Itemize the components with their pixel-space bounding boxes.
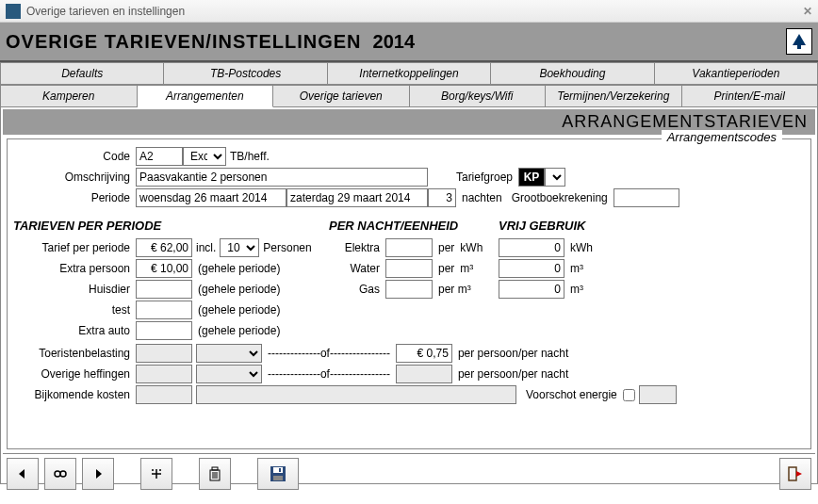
gas-input[interactable]: [385, 280, 433, 299]
logo-icon: [786, 28, 812, 55]
save-button[interactable]: [257, 458, 299, 490]
toeristenbelasting-input1[interactable]: [136, 344, 192, 363]
tb-per-nacht-input[interactable]: [396, 344, 452, 363]
extra-auto-label: Extra auto: [13, 324, 136, 337]
extra-persoon-input[interactable]: [136, 259, 192, 278]
tab-borg-keys-wifi[interactable]: Borg/keys/Wifi: [410, 85, 547, 107]
bijkomende-kosten-input2[interactable]: [196, 385, 516, 404]
toeristenbelasting-label: Toeristenbelasting: [13, 347, 136, 360]
elektra-label: Elektra: [329, 241, 385, 254]
tab-boekhouding[interactable]: Boekhouding: [491, 62, 654, 85]
section-tarieven-label: TARIEVEN PER PERIODE: [13, 219, 329, 233]
tariefgroep-label: Tariefgroep: [443, 171, 518, 184]
toolbar: [3, 453, 815, 494]
bijkomende-kosten-label: Bijkomende kosten: [13, 388, 136, 401]
test-input[interactable]: [136, 301, 192, 319]
kwh-label-2: kWh: [570, 241, 593, 254]
incl-label: incl.: [196, 241, 216, 254]
svg-point-9: [159, 469, 161, 471]
m3-label-c: m³: [570, 283, 583, 296]
oh-per-nacht-input[interactable]: [396, 365, 452, 383]
periode-from-input[interactable]: [136, 188, 286, 207]
svg-rect-17: [273, 476, 283, 480]
tab-termijnen-verzekering[interactable]: Termijnen/Verzekering: [546, 85, 682, 107]
exit-button[interactable]: [779, 458, 811, 490]
tab-arrangementen[interactable]: Arrangementen: [138, 85, 274, 107]
grootboekrekening-input[interactable]: [614, 188, 679, 207]
omschrijving-input[interactable]: [136, 168, 428, 187]
tab-printen-email[interactable]: Printen/E-mail: [682, 85, 819, 107]
tarief-per-periode-input[interactable]: [136, 238, 192, 257]
search-button[interactable]: [44, 458, 76, 490]
app-icon: [6, 4, 21, 19]
tbheff-label: TB/heff.: [230, 150, 270, 163]
toeristenbelasting-select[interactable]: [196, 344, 262, 363]
svg-point-8: [152, 469, 154, 471]
gehele-periode-2: (gehele periode): [198, 283, 280, 296]
vrij-elektra-input[interactable]: [499, 238, 564, 257]
kwh-label-1: kWh: [460, 241, 483, 254]
tab-overige-tarieven[interactable]: Overige tarieven: [273, 85, 410, 107]
overige-heffingen-input1[interactable]: [136, 365, 192, 383]
tariefgroep-select[interactable]: [545, 168, 565, 187]
water-label: Water: [329, 262, 385, 275]
page-year: 2014: [373, 31, 416, 53]
svg-rect-14: [212, 467, 218, 470]
water-input[interactable]: [385, 259, 433, 278]
tab-row-2: Kamperen Arrangementen Overige tarieven …: [0, 85, 818, 107]
bijkomende-kosten-input1[interactable]: [136, 385, 192, 404]
of-label-1: --------------of----------------: [268, 347, 390, 360]
window-titlebar: Overige tarieven en instellingen ✕: [0, 0, 818, 23]
tab-kamperen[interactable]: Kamperen: [0, 85, 138, 107]
tab-row-1: Defaults TB-Postcodes Internetkoppelinge…: [0, 62, 818, 85]
periode-label: Periode: [13, 191, 136, 204]
gehele-periode-4: (gehele periode): [198, 324, 280, 337]
close-icon[interactable]: ✕: [803, 5, 812, 18]
vrij-water-input[interactable]: [499, 259, 564, 278]
periode-to-input[interactable]: [286, 188, 428, 207]
svg-rect-19: [789, 467, 796, 480]
add-button[interactable]: [140, 458, 172, 490]
elektra-input[interactable]: [385, 238, 433, 257]
prev-button[interactable]: [7, 458, 39, 490]
tab-internetkoppelingen[interactable]: Internetkoppelingen: [328, 62, 491, 85]
gehele-periode-1: (gehele periode): [198, 262, 280, 275]
tab-content: ARRANGEMENTSTARIEVEN Arrangementscodes C…: [0, 107, 818, 484]
excl-select[interactable]: Excl: [183, 147, 226, 166]
incl-personen-select[interactable]: 10: [220, 238, 259, 257]
fieldset-legend: Arrangementscodes: [662, 130, 782, 144]
m3-label-b: m³: [570, 262, 583, 275]
per-label-2: per: [438, 262, 454, 275]
voorschot-energie-input[interactable]: [639, 385, 677, 404]
vrij-gas-input[interactable]: [499, 280, 564, 299]
page-header: OVERIGE TARIEVEN/INSTELLINGEN 2014: [0, 23, 818, 62]
tarief-per-periode-label: Tarief per periode: [13, 241, 136, 254]
per-persoon-per-nacht-1: per persoon/per nacht: [458, 347, 568, 360]
tariefgroep-value[interactable]: [518, 168, 545, 187]
huisdier-input[interactable]: [136, 280, 192, 299]
extra-auto-input[interactable]: [136, 321, 192, 340]
per-label-1: per: [438, 241, 454, 254]
svg-point-4: [60, 471, 66, 477]
delete-button[interactable]: [199, 458, 231, 490]
nachten-input[interactable]: [428, 188, 456, 207]
voorschot-energie-checkbox[interactable]: [623, 389, 635, 401]
code-label: Code: [13, 150, 136, 163]
section-vrij-gebruik-label: VRIJ GEBRUIK: [499, 219, 640, 233]
test-label: test: [13, 303, 136, 317]
code-input[interactable]: [136, 147, 183, 166]
section-per-nacht-label: PER NACHT/EENHEID: [329, 219, 499, 233]
personen-label: Personen: [263, 241, 311, 254]
nachten-label: nachten: [462, 191, 502, 204]
overige-heffingen-label: Overige heffingen: [13, 367, 136, 381]
next-button[interactable]: [82, 458, 114, 490]
overige-heffingen-select[interactable]: [196, 365, 262, 383]
tab-defaults[interactable]: Defaults: [0, 62, 164, 85]
tab-vakantieperioden[interactable]: Vakantieperioden: [655, 62, 818, 85]
svg-marker-20: [796, 471, 802, 477]
svg-rect-1: [797, 45, 801, 49]
per-persoon-per-nacht-2: per persoon/per nacht: [458, 367, 568, 381]
perm3-label: per m³: [438, 283, 471, 296]
tab-tb-postcodes[interactable]: TB-Postcodes: [164, 62, 327, 85]
window-title: Overige tarieven en instellingen: [26, 5, 803, 18]
